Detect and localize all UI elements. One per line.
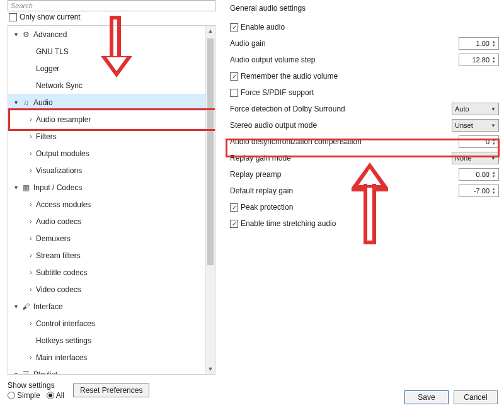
film-icon: ▦: [21, 183, 31, 192]
tree-item-subtitle-codecs[interactable]: › Subtitle codecs: [8, 264, 205, 281]
tree-item-playlist[interactable]: ▾ ☰ Playlist: [8, 366, 205, 375]
tree-item-audio[interactable]: ▾ ♫ Audio: [8, 94, 205, 111]
tree-label: Audio resampler: [36, 115, 205, 124]
tree-item-main-interfaces[interactable]: › Main interfaces: [8, 349, 205, 366]
tree-scrollbar[interactable]: ▲ ▼: [205, 26, 215, 374]
section-title: General audio settings: [230, 4, 501, 13]
numeric-value: 0.00: [462, 171, 491, 178]
category-tree: ▾ ⚙ Advanced GNU TLS Logger Network Sync…: [8, 25, 215, 375]
tree-item-output-modules[interactable]: › Output modules: [8, 145, 205, 162]
setting-label: Audio gain: [230, 39, 266, 48]
tree-label: Video codecs: [36, 285, 205, 294]
tree-label: Filters: [36, 132, 205, 141]
remember-volume-row[interactable]: Remember the audio volume: [230, 68, 501, 84]
cancel-button[interactable]: Cancel: [454, 390, 498, 404]
scroll-thumb[interactable]: [207, 38, 214, 265]
tree-label: Access modules: [36, 200, 205, 209]
volume-step-input[interactable]: 12.80 ▴▾: [459, 54, 499, 66]
chevron-down-icon: ▾: [12, 184, 20, 191]
tree-item-logger[interactable]: Logger: [8, 60, 205, 77]
audio-gain-input[interactable]: 1.00 ▴▾: [459, 37, 499, 50]
chevron-down-icon: ▼: [491, 106, 496, 112]
chevron-right-icon: ›: [27, 235, 35, 242]
chevron-down-icon: ▾: [12, 371, 20, 375]
tree-item-audio-resampler[interactable]: › Audio resampler: [8, 111, 205, 128]
tree-item-audio-codecs[interactable]: › Audio codecs: [8, 213, 205, 230]
spinner-icon[interactable]: ▴▾: [491, 187, 497, 195]
setting-label: Audio desynchronization compensation: [230, 137, 362, 146]
tree-label: Stream filters: [36, 251, 205, 260]
replay-gain-mode-select[interactable]: None ▼: [452, 152, 499, 164]
only-show-current-row[interactable]: Only show current: [8, 11, 215, 25]
settings-panel: General audio settings Enable audio Audi…: [230, 3, 501, 232]
tree-label: Advanced: [33, 30, 205, 39]
time-stretch-checkbox[interactable]: [230, 220, 238, 228]
tree-label: Audio: [33, 98, 205, 107]
remember-volume-checkbox[interactable]: [230, 72, 238, 81]
tree-label: Logger: [36, 64, 205, 73]
save-button[interactable]: Save: [404, 390, 449, 404]
tree-label: Hotkeys settings: [36, 336, 205, 345]
tree-label: Demuxers: [36, 234, 205, 243]
setting-label: Audio output volume step: [230, 55, 315, 64]
tree-item-stream-filters[interactable]: › Stream filters: [8, 247, 205, 264]
enable-audio-row[interactable]: Enable audio: [230, 19, 501, 35]
setting-label: Enable time stretching audio: [241, 219, 336, 228]
tree-item-hotkeys[interactable]: Hotkeys settings: [8, 332, 205, 349]
spinner-icon[interactable]: ▴▾: [491, 40, 497, 47]
scroll-down-icon[interactable]: ▼: [206, 364, 215, 374]
show-all-radio[interactable]: All: [47, 391, 64, 400]
tree-label: Playlist: [33, 370, 205, 375]
chevron-right-icon: ›: [27, 150, 35, 157]
chevron-right-icon: ›: [27, 252, 35, 259]
spinner-icon[interactable]: ▴▾: [491, 138, 497, 145]
tree-item-advanced[interactable]: ▾ ⚙ Advanced: [8, 26, 205, 43]
tree-item-video-codecs[interactable]: › Video codecs: [8, 281, 205, 298]
tree-item-gnu-tls[interactable]: GNU TLS: [8, 43, 205, 60]
default-replay-gain-input[interactable]: -7.00 ▴▾: [459, 184, 499, 197]
tree-item-visualizations[interactable]: › Visualizations: [8, 162, 205, 179]
spinner-icon[interactable]: ▴▾: [491, 56, 497, 64]
tree-item-filters[interactable]: › Filters: [8, 128, 205, 145]
brush-icon: 🖌: [21, 302, 31, 311]
only-show-current-label: Only show current: [20, 13, 81, 21]
stereo-mode-select[interactable]: Unset ▼: [452, 119, 499, 132]
search-input[interactable]: Search: [8, 0, 215, 11]
chevron-right-icon: ›: [27, 218, 35, 225]
dolby-detect-select[interactable]: Auto ▼: [452, 103, 499, 115]
only-show-current-checkbox[interactable]: [9, 13, 17, 21]
chevron-right-icon: ›: [27, 286, 35, 293]
tree-item-input-codecs[interactable]: ▾ ▦ Input / Codecs: [8, 179, 205, 196]
force-spdif-checkbox[interactable]: [230, 89, 238, 97]
tree-item-control-interfaces[interactable]: › Control interfaces: [8, 315, 205, 332]
numeric-value: 12.80: [462, 56, 491, 64]
tree-item-interface[interactable]: ▾ 🖌 Interface: [8, 298, 205, 315]
radio-icon: [47, 392, 54, 399]
scroll-up-icon[interactable]: ▲: [206, 26, 215, 36]
enable-audio-checkbox[interactable]: [230, 23, 238, 31]
force-spdif-row[interactable]: Force S/PDIF support: [230, 84, 501, 101]
tree-label: Output modules: [36, 149, 205, 158]
chevron-down-icon: ▼: [491, 156, 496, 161]
setting-label: Peak protection: [241, 203, 293, 212]
chevron-down-icon: ▾: [12, 99, 20, 106]
chevron-down-icon: ▾: [12, 31, 20, 38]
tree-item-network-sync[interactable]: Network Sync: [8, 77, 205, 94]
desync-comp-input[interactable]: 0 ▴▾: [459, 135, 499, 148]
chevron-right-icon: ›: [27, 116, 35, 123]
footer-right: Save Cancel: [404, 390, 498, 404]
chevron-down-icon: ▼: [491, 123, 496, 128]
peak-protection-checkbox[interactable]: [230, 203, 238, 212]
spinner-icon[interactable]: ▴▾: [491, 171, 497, 178]
reset-preferences-button[interactable]: Reset Preferences: [73, 383, 149, 397]
tree-item-access-modules[interactable]: › Access modules: [8, 196, 205, 213]
time-stretch-row[interactable]: Enable time stretching audio: [230, 215, 501, 232]
show-simple-radio[interactable]: Simple: [8, 391, 40, 400]
setting-label: Replay preamp: [230, 170, 281, 179]
playlist-icon: ☰: [21, 370, 31, 375]
replay-preamp-input[interactable]: 0.00 ▴▾: [459, 168, 499, 181]
tree-item-demuxers[interactable]: › Demuxers: [8, 230, 205, 247]
peak-protection-row[interactable]: Peak protection: [230, 199, 501, 215]
gear-icon: ⚙: [21, 30, 31, 39]
radio-label: All: [56, 391, 64, 400]
